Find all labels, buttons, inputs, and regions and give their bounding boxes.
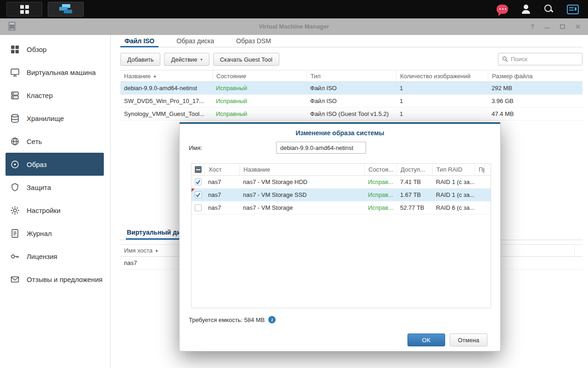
overview-icon [10, 45, 20, 54]
minimize-button[interactable] [544, 28, 550, 29]
row-checkbox[interactable] [195, 178, 202, 185]
column-header-status[interactable]: Состоя... [364, 164, 396, 175]
table-row[interactable]: debian-9.9.0-amd64-netinst Исправный Фай… [120, 82, 582, 95]
raid-type: RAID 1 (с за... [432, 191, 475, 198]
dialog-title: Изменение образа системы [180, 129, 500, 137]
search-input[interactable] [511, 56, 578, 63]
sidebar-label: Защита [27, 184, 51, 191]
maximize-button[interactable] [560, 24, 565, 29]
tab-disk-image[interactable]: Образ диска [172, 35, 218, 47]
sidebar-item-settings[interactable]: Настройки [0, 199, 110, 222]
iso-name: SW_DVD5_Win_Pro_10_17... [120, 98, 212, 104]
status-badge: Исправный [212, 110, 306, 117]
help-button[interactable]: ? [531, 23, 535, 30]
sidebar: Обзор Виртуальная машина Кластер Хранили… [0, 35, 111, 368]
iso-name: Synology_VMM_Guest_Tool... [120, 110, 212, 117]
column-header-hostname[interactable]: Имя хоста [124, 247, 153, 254]
column-header-host[interactable]: Хост [204, 164, 239, 175]
cluster-icon [10, 91, 20, 100]
column-header-status[interactable]: Состояние [212, 70, 306, 81]
sidebar-item-protection[interactable]: Защита [0, 176, 110, 199]
sidebar-item-license[interactable]: Лицензия [0, 245, 110, 268]
storage-icon [10, 114, 20, 123]
select-all-checkbox[interactable] [195, 166, 202, 173]
host-name: nas7 [204, 191, 239, 198]
table-row[interactable]: SW_DVD5_Win_Pro_10_17... Исправный Файл … [120, 95, 582, 108]
raid-type: RAID 6 (с за... [432, 204, 475, 211]
close-button[interactable]: ✕ [575, 23, 581, 30]
search-box[interactable] [498, 53, 582, 65]
column-header-capacity[interactable]: Доступ... [396, 164, 432, 175]
table-row[interactable]: Synology_VMM_Guest_Tool... Исправный Фай… [120, 108, 582, 121]
storage-name: nas7 - VM Storage SSD [239, 191, 364, 198]
search-icon[interactable] [544, 4, 554, 14]
column-header-name[interactable]: Название▲ [120, 70, 212, 81]
column-header-image-count[interactable]: Количество изображений [396, 70, 488, 81]
sidebar-item-image[interactable]: Образ [6, 153, 104, 176]
sort-asc-icon: ▲ [153, 74, 157, 78]
column-header-note[interactable]: Приме... [475, 164, 484, 175]
iso-type: Файл ISO (Guest Tool v1.5.2) [306, 110, 396, 117]
info-icon[interactable]: i [268, 316, 276, 323]
status-badge: Исправный [212, 98, 306, 104]
host-name: nas7 [204, 204, 239, 211]
add-button[interactable]: Добавить [120, 53, 160, 66]
action-dropdown-button[interactable]: Действие▾ [164, 53, 209, 66]
column-header-raid-type[interactable]: Тип RAID [432, 164, 475, 175]
cancel-button[interactable]: Отмена [450, 334, 487, 346]
table-row[interactable]: nas7 nas7 - VM Storage SSD Исправ... 1.6… [192, 189, 491, 201]
shield-icon [10, 183, 20, 192]
sidebar-item-network[interactable]: Сеть [0, 130, 110, 153]
chat-icon[interactable] [497, 5, 508, 14]
sidebar-item-virtual-machine[interactable]: Виртуальная машина [0, 61, 110, 84]
sidebar-item-log[interactable]: Журнал [0, 222, 110, 245]
available-capacity: 52.77 TB [396, 204, 432, 211]
sidebar-label: Виртуальная машина [27, 69, 96, 76]
iso-table-header: Название▲ Состояние Тип Количество изобр… [120, 70, 582, 82]
main-menu-button[interactable] [6, 2, 42, 17]
gear-icon [10, 206, 20, 215]
window-titlebar: Virtual Machine Manager ? ✕ [0, 18, 588, 35]
sidebar-item-feedback[interactable]: Отзывы и предложения [0, 268, 110, 291]
iso-table: Название▲ Состояние Тип Количество изобр… [120, 70, 582, 121]
desktop-topbar [0, 0, 588, 18]
user-icon[interactable] [521, 5, 531, 14]
sidebar-label: Настройки [27, 207, 61, 214]
iso-image-count: 1 [396, 85, 488, 92]
host-name: nas7 [204, 178, 239, 185]
row-checkbox[interactable] [195, 204, 202, 211]
column-header-file-size[interactable]: Размер файла [488, 70, 582, 81]
vmm-app-icon [59, 4, 72, 14]
ok-button[interactable]: OK [407, 334, 445, 346]
required-capacity: Требуется емкость: 584 MB i [189, 316, 276, 323]
storage-name: nas7 - VM Storage [239, 204, 364, 211]
name-input[interactable] [276, 142, 366, 154]
vmm-taskbar-button[interactable] [48, 2, 84, 17]
storage-table: Хост Название Состоя... Доступ... Тип RA… [191, 163, 491, 308]
table-row[interactable]: nas7 nas7 - VM Storage Исправ... 52.77 T… [192, 201, 491, 214]
pilot-view-icon[interactable] [567, 5, 579, 14]
tab-iso-file[interactable]: Файл ISO [120, 35, 158, 47]
magnifier-icon [502, 56, 508, 62]
column-header-type[interactable]: Тип [306, 70, 396, 81]
iso-image-count: 1 [396, 98, 488, 104]
sidebar-label: Сеть [27, 138, 42, 145]
sidebar-label: Хранилище [27, 115, 64, 122]
iso-size: 292 MB [488, 85, 582, 92]
apps-grid-icon [20, 5, 29, 14]
row-checkbox[interactable] [195, 191, 202, 198]
modified-flag-icon [192, 189, 195, 192]
sidebar-item-storage[interactable]: Хранилище [0, 107, 110, 130]
tab-dsm-image[interactable]: Образ DSM [232, 35, 275, 47]
sidebar-item-overview[interactable]: Обзор [0, 38, 110, 61]
sidebar-label: Образ [27, 161, 47, 168]
sidebar-label: Лицензия [27, 253, 57, 260]
status-badge: Исправ... [364, 178, 396, 185]
column-header-name[interactable]: Название [239, 164, 364, 175]
sidebar-label: Кластер [27, 92, 53, 99]
table-row[interactable]: nas7 nas7 - VM Storage HDD Исправ... 7.4… [192, 176, 491, 189]
download-guest-tool-button[interactable]: Скачать Guest Tool [213, 53, 279, 66]
available-capacity: 7.41 TB [396, 178, 432, 185]
sidebar-item-cluster[interactable]: Кластер [0, 84, 110, 107]
scrollbar-track[interactable] [484, 164, 491, 175]
